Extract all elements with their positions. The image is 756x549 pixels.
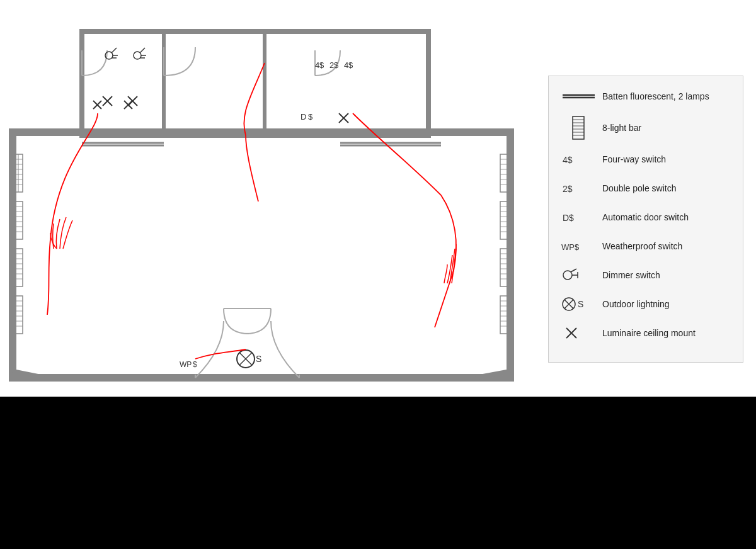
svg-text:S: S [256,354,261,364]
svg-text:$: $ [193,360,197,369]
svg-text:$: $ [348,60,353,70]
svg-text:4$: 4$ [563,155,573,165]
legend-label-luminaire: Luminaire ceiling mount [602,327,696,339]
legend-symbol-wps: WP$ [561,239,602,254]
legend-symbol-outdoor: S [561,295,602,313]
legend-symbol-ds: D$ [561,210,602,225]
legend-label-batten: Batten fluorescent, 2 lamps [602,91,709,102]
legend-label-lightbar: 8-light bar [602,122,641,133]
svg-line-86 [140,48,145,53]
legend-symbol-dimmer [561,266,602,284]
legend-panel: Batten fluorescent, 2 lamps 8-light bar [548,76,743,363]
legend-label-dimmer: Dimmer switch [602,269,660,281]
legend-item-dimmer: Dimmer switch [561,265,730,285]
legend-symbol-4s: 4$ [561,152,602,167]
svg-line-82 [112,48,117,53]
legend-symbol-luminaire [561,325,602,341]
legend-label-wps: Weatherproof switch [602,241,682,252]
svg-text:$: $ [308,112,313,122]
legend-item-ds: D$ Automatic door switch [561,207,730,227]
legend-symbol-lightbar [561,115,602,140]
svg-text:WP$: WP$ [561,242,580,252]
legend-item-4s: 4$ Four-way switch [561,149,730,169]
svg-line-121 [571,269,576,272]
svg-text:WP: WP [180,360,192,369]
legend-item-wps: WP$ Weatherproof switch [561,236,730,256]
legend-label-ds: Automatic door switch [602,212,689,223]
svg-text:$: $ [334,60,339,70]
svg-rect-0 [13,132,510,378]
svg-text:$: $ [319,60,324,70]
black-area [0,397,756,549]
legend-item-2s: 2$ Double pole switch [561,178,730,198]
svg-rect-1 [82,31,428,135]
legend-symbol-2s: 2$ [561,181,602,196]
svg-text:D: D [301,112,306,122]
svg-text:D$: D$ [563,213,574,223]
legend-symbol-batten [561,91,602,101]
legend-item-outdoor: S Outdoor lightning [561,294,730,314]
svg-text:S: S [578,299,583,309]
legend-label-4s: Four-way switch [602,154,666,165]
legend-item-batten: Batten fluorescent, 2 lamps [561,86,730,106]
legend-item-luminaire: Luminaire ceiling mount [561,323,730,343]
svg-point-120 [563,271,572,280]
legend-item-lightbar: 8-light bar [561,115,730,140]
legend-label-2s: Double pole switch [602,183,677,194]
legend-label-outdoor: Outdoor lightning [602,298,670,310]
svg-text:2$: 2$ [563,184,573,194]
main-area: 4 $ 2 $ 4 $ D $ WP $ S [0,0,756,397]
floorplan: 4 $ 2 $ 4 $ D $ WP $ S [0,0,523,397]
